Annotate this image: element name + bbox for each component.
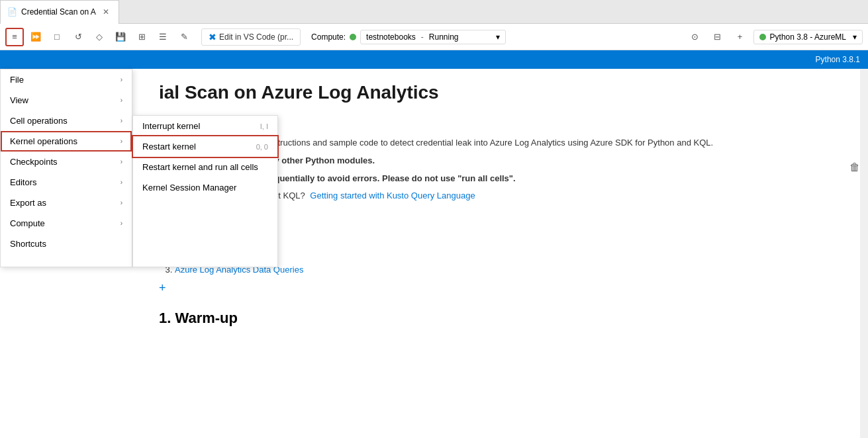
- kernel-chevron: ▾: [853, 32, 857, 42]
- split-button[interactable]: ⊟: [708, 28, 727, 46]
- menu-item-checkpoints[interactable]: Checkpoints ›: [1, 152, 132, 172]
- table-icon: ⊞: [138, 32, 146, 42]
- python-version: Python 3.8.1: [816, 55, 860, 64]
- submenu-kernel-session-manager[interactable]: Kernel Session Manager: [133, 177, 277, 198]
- forward-icon: ⏩: [30, 32, 41, 42]
- menu-item-cell-operations-label: Cell operations: [10, 116, 68, 126]
- menu-item-view-label: View: [10, 95, 28, 105]
- menu-item-export-as-label: Export as: [10, 198, 46, 208]
- tab-close-button[interactable]: ✕: [100, 6, 112, 18]
- run-text: Please run the cells sequentially to avo…: [182, 172, 842, 186]
- vscode-icon: ✖: [209, 32, 217, 42]
- editors-chevron: ›: [121, 179, 122, 186]
- submenu-restart-kernel[interactable]: Restart kernel 0, 0: [133, 136, 277, 157]
- compute-section: Compute: testnotebooks - Running ▾: [311, 30, 506, 44]
- download-text: ownload and install any other Python mod…: [182, 154, 842, 168]
- cell-ops-chevron: ›: [121, 117, 122, 124]
- compute-chevron: ▾: [496, 32, 500, 42]
- stop-compute-icon: ⊙: [691, 32, 699, 42]
- add-cell-bar[interactable]: +: [159, 277, 842, 299]
- edit-vscode-label: Edit in VS Code (pr...: [219, 32, 293, 42]
- stop-button[interactable]: □: [48, 28, 66, 46]
- menu-item-view[interactable]: View ›: [1, 90, 132, 110]
- restart-kernel-shortcut: 0, 0: [256, 143, 268, 151]
- export-chevron: ›: [121, 199, 122, 206]
- menu-item-file[interactable]: File ›: [1, 69, 132, 90]
- restart-button[interactable]: ↺: [69, 28, 87, 46]
- toolbar: ≡ ⏩ □ ↺ ◇ 💾 ⊞ ☰ ✎ ✖ Edit in VS Code (pr.…: [0, 24, 868, 50]
- menu-item-shortcuts[interactable]: Shortcuts: [1, 234, 132, 254]
- compute-status-dot: [350, 34, 356, 40]
- menu-button[interactable]: ≡: [5, 28, 24, 46]
- kernel-label: Python 3.8 - AzureML: [770, 32, 846, 42]
- menu-item-editors[interactable]: Editors ›: [1, 172, 132, 193]
- tab-icon: 📄: [7, 7, 17, 17]
- restart-kernel-label: Restart kernel: [142, 142, 196, 152]
- main-area: File › View › Cell operations › Kernel o…: [0, 69, 868, 438]
- compute-selector[interactable]: testnotebooks - Running ▾: [360, 30, 506, 44]
- kernel-ops-chevron: ›: [121, 138, 122, 145]
- hamburger-icon: ≡: [12, 32, 17, 42]
- compute-separator: -: [421, 32, 424, 42]
- menu-item-kernel-operations[interactable]: Kernel operations ›: [1, 131, 132, 152]
- menu-item-compute[interactable]: Compute ›: [1, 213, 132, 234]
- compute-status: Running: [429, 32, 459, 42]
- menu-item-checkpoints-label: Checkpoints: [10, 157, 58, 167]
- plus-icon: +: [738, 32, 743, 42]
- primary-menu: File › View › Cell operations › Kernel o…: [0, 69, 132, 267]
- save-button[interactable]: 💾: [111, 28, 130, 46]
- save-icon: 💾: [115, 32, 126, 42]
- submenu-interrupt-kernel[interactable]: Interrupt kernel I, I: [133, 116, 277, 136]
- menu-item-compute-label: Compute: [10, 218, 45, 228]
- compute-chevron: ›: [121, 220, 122, 227]
- menu-item-file-label: File: [10, 75, 24, 85]
- add-cell-toolbar-button[interactable]: +: [731, 28, 749, 46]
- list-button[interactable]: ☰: [154, 28, 172, 46]
- delete-cell-button[interactable]: 🗑: [849, 161, 860, 173]
- intro-text: provides step-by-step instructions and s…: [182, 136, 842, 150]
- menu-item-cell-operations[interactable]: Cell operations ›: [1, 110, 132, 131]
- python-version-bar: Python 3.8.1: [0, 50, 868, 69]
- kernel-status-dot: [759, 34, 766, 40]
- stop-compute-button[interactable]: ⊙: [686, 28, 704, 46]
- stop-icon: □: [54, 32, 60, 42]
- forward-button[interactable]: ⏩: [26, 28, 45, 46]
- compute-label: Compute:: [311, 32, 346, 42]
- clear-button[interactable]: ◇: [90, 28, 109, 46]
- active-tab[interactable]: 📄 Credential Scan on A ✕: [0, 0, 119, 24]
- list-icon: ☰: [159, 32, 167, 42]
- clear-icon: ◇: [96, 32, 103, 42]
- submenu-restart-run-all[interactable]: Restart kernel and run all cells: [133, 157, 277, 177]
- table-button[interactable]: ⊞: [132, 28, 151, 46]
- interrupt-kernel-shortcut: I, I: [260, 122, 268, 130]
- edit-icon: ✎: [181, 32, 188, 42]
- kernel-status-selector[interactable]: Python 3.8 - AzureML ▾: [753, 30, 863, 44]
- warmup-heading: 1. Warm-up: [159, 310, 842, 327]
- menu-item-editors-label: Editors: [10, 177, 36, 187]
- restart-icon: ↺: [75, 32, 82, 42]
- kernel-session-manager-label: Kernel Session Manager: [142, 183, 236, 193]
- edit-vscode-button[interactable]: ✖ Edit in VS Code (pr...: [201, 28, 301, 46]
- interrupt-kernel-label: Interrupt kernel: [142, 121, 200, 131]
- restart-run-all-label: Restart kernel and run all cells: [142, 162, 258, 172]
- kql-link[interactable]: Getting started with Kusto Query Languag…: [310, 191, 475, 200]
- view-chevron: ›: [121, 97, 122, 104]
- compute-name: testnotebooks: [366, 32, 416, 42]
- file-chevron: ›: [121, 76, 122, 83]
- menu-overlay: File › View › Cell operations › Kernel o…: [0, 69, 278, 267]
- edit-button[interactable]: ✎: [175, 28, 193, 46]
- menu-item-shortcuts-label: Shortcuts: [10, 239, 46, 249]
- kernel-submenu: Interrupt kernel I, I Restart kernel 0, …: [132, 115, 278, 267]
- checkpoints-chevron: ›: [121, 158, 122, 165]
- scrollbar[interactable]: [860, 69, 868, 438]
- menu-item-kernel-operations-label: Kernel operations: [10, 136, 77, 146]
- menu-item-export-as[interactable]: Export as ›: [1, 193, 132, 213]
- tab-title: Credential Scan on A: [21, 7, 96, 17]
- split-icon: ⊟: [714, 32, 721, 42]
- add-cell-icon: +: [159, 281, 166, 295]
- kql-link-text: Need to know more about KQL? Getting sta…: [182, 189, 842, 203]
- toolbar-right: ⊙ ⊟ + Python 3.8 - AzureML ▾: [686, 28, 863, 46]
